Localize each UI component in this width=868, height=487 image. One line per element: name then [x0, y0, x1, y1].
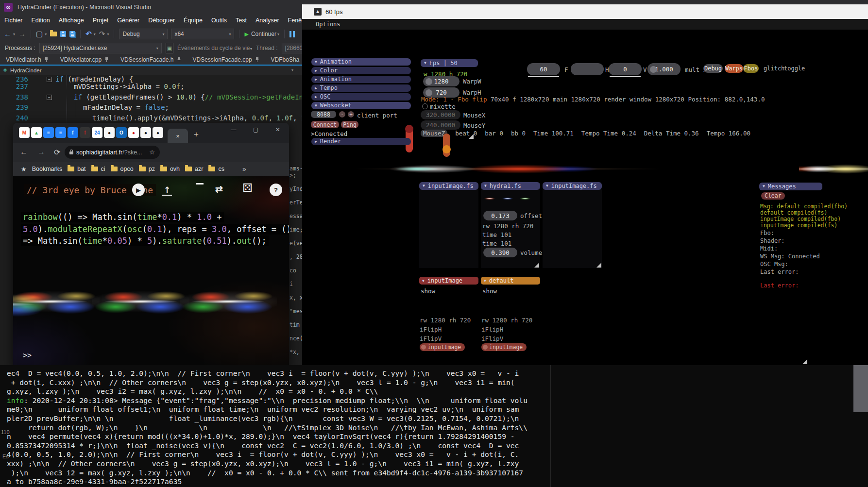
options-menu-item[interactable]: Options: [316, 21, 340, 28]
new-tab-button[interactable]: +: [194, 130, 199, 139]
bookmark-folder-ci[interactable]: ci: [91, 166, 105, 172]
upload-icon[interactable]: ↑: [164, 185, 170, 195]
tab-vdsessionfacade.h[interactable]: VDSessionFacade.h: [115, 54, 187, 65]
shader-panel-hydra1-fs[interactable]: ▼hydra1.fs: [481, 182, 540, 190]
inputimage-badge[interactable]: inputImage: [481, 343, 527, 351]
lifecycle-icon[interactable]: ▣: [166, 43, 173, 53]
shuffle-icon[interactable]: ⇄: [215, 184, 223, 195]
fps-panel-header[interactable]: ▼Fps | 50: [421, 59, 478, 67]
window-minimize-button[interactable]: —: [231, 126, 237, 132]
pinned-tab-github[interactable]: ●: [140, 127, 151, 138]
browser-content[interactable]: // 3rd eye by Bruce Lane ▶ ↑ ⇄ ⚄ ? rainb…: [13, 176, 289, 369]
texture-panel-default[interactable]: ▼default: [481, 277, 540, 285]
pin-icon[interactable]: [255, 57, 259, 63]
menu-item-déboguer[interactable]: Déboguer: [144, 15, 179, 26]
pinned-tab-outlook[interactable]: O: [116, 127, 127, 138]
fps-slider-f[interactable]: 60: [527, 63, 560, 75]
menu-item-edition[interactable]: Edition: [27, 15, 54, 26]
mousex-slider[interactable]: 320.0000: [421, 110, 460, 119]
bookmark-folder-pz[interactable]: pz: [139, 166, 155, 172]
mousey-slider[interactable]: 240.0000: [421, 120, 460, 130]
bookmarks-star-icon[interactable]: ★: [21, 166, 27, 173]
texture-panel-inputimage[interactable]: ▼inputImage: [419, 277, 478, 285]
pinned-tab-drive[interactable]: ▲: [31, 127, 42, 138]
redo-caret-icon[interactable]: ▾: [107, 32, 109, 36]
pinned-tab-github[interactable]: ●: [153, 127, 163, 138]
pinned-tab-facebook[interactable]: f: [68, 127, 78, 138]
undo-caret-icon[interactable]: ▾: [94, 32, 96, 36]
resize-grip[interactable]: [469, 134, 474, 139]
shader-panel-inputimage-fs[interactable]: ▼inputImage.fs: [419, 182, 478, 190]
ping-button[interactable]: Ping: [341, 121, 358, 128]
mixette-checkbox[interactable]: [422, 103, 428, 109]
slider-knob-orange[interactable]: [443, 145, 451, 153]
fps-slider-v[interactable]: 0: [609, 63, 642, 75]
hydra-console-prompt[interactable]: >>: [23, 351, 32, 360]
pin-icon[interactable]: [104, 57, 109, 63]
fold-toggle[interactable]: −: [47, 77, 52, 82]
port-minus-button[interactable]: -: [339, 111, 345, 118]
pinned-tab-docs[interactable]: ≡: [43, 127, 54, 138]
messages-panel-header[interactable]: ▼Messages: [759, 183, 822, 190]
fps-slider-h[interactable]: [571, 63, 604, 75]
show-link[interactable]: show: [482, 287, 497, 295]
connect-button[interactable]: Connect: [311, 121, 339, 128]
tab-vdmediator.h[interactable]: VDMediator.h: [0, 54, 54, 65]
overlay-resize-grip[interactable]: [802, 359, 807, 364]
pinned-tab-flash[interactable]: f: [80, 127, 90, 138]
new-file-icon[interactable]: ▢: [36, 29, 43, 39]
bookmark-star-icon[interactable]: ☆: [149, 149, 155, 156]
lifecycle-label[interactable]: Événements du cycle de vie ▾: [177, 45, 252, 51]
section-websocket[interactable]: ▼Websocket: [311, 102, 411, 109]
section-tempo[interactable]: ▶Tempo: [311, 84, 411, 92]
save-all-icon[interactable]: [69, 31, 75, 37]
port-plus-button[interactable]: +: [348, 111, 354, 118]
pinned-tab-github[interactable]: ●: [104, 127, 115, 138]
debug-config-dropdown[interactable]: Debug ▾: [119, 29, 168, 39]
fold-toggle[interactable]: −: [47, 95, 52, 100]
bookmark-folder-azr[interactable]: azr: [185, 166, 203, 172]
pin-icon[interactable]: [44, 57, 49, 63]
pinned-tab-docs[interactable]: ≡: [55, 127, 66, 138]
url-bar[interactable]: sophiadigitalart.fr/?ske... ☆: [65, 146, 160, 159]
clear-messages-button[interactable]: Clear: [761, 192, 785, 200]
menu-item-équipe[interactable]: Équipe: [179, 15, 207, 26]
url-text[interactable]: sophiadigitalart.fr/?ske...: [76, 149, 142, 156]
browser-active-tab[interactable]: ×: [168, 129, 188, 143]
menu-item-affichage[interactable]: Affichage: [54, 15, 88, 26]
vs-scrollbar-fragment[interactable]: [853, 365, 868, 412]
browser-titlebar[interactable]: × + — ▢ ✕ M▲≡≡ff24●O●●●: [13, 123, 289, 143]
resize-grip[interactable]: [596, 263, 601, 268]
pinned-tab-gmail[interactable]: M: [19, 127, 30, 138]
slider-knob-red[interactable]: [405, 125, 413, 133]
section-animation[interactable]: ▼Animation: [311, 58, 411, 66]
navigate-forward-icon[interactable]: →: [18, 29, 26, 39]
tab-vdfbosha[interactable]: VDFboSha: [265, 54, 306, 65]
menu-item-analyser[interactable]: Analyser: [251, 15, 284, 26]
window-maximize-button[interactable]: ▢: [253, 126, 258, 133]
bookmark-folder-bat[interactable]: bat: [68, 166, 85, 172]
menu-item-test[interactable]: Test: [231, 15, 251, 26]
menu-item-fichier[interactable]: Fichier: [0, 15, 27, 26]
warpw-slider[interactable]: 1280: [423, 76, 460, 86]
forward-button[interactable]: →: [37, 148, 45, 156]
tab-vdmediator.cpp[interactable]: VDMediator.cpp: [54, 54, 115, 65]
breadcrumb-caret-icon[interactable]: ▾: [291, 68, 293, 72]
reload-button[interactable]: ⟳: [54, 148, 60, 157]
section-color[interactable]: ▶Color: [311, 67, 411, 74]
menu-item-générer[interactable]: Générer: [113, 15, 144, 26]
help-icon[interactable]: ?: [270, 184, 282, 196]
show-link[interactable]: show: [421, 287, 435, 295]
fbos-button[interactable]: Fbos: [743, 64, 759, 73]
inputimage-badge[interactable]: inputImage: [420, 343, 465, 351]
bookmarks-label[interactable]: Bookmarks: [32, 166, 63, 172]
websocket-port-field[interactable]: 8088: [311, 111, 336, 118]
platform-dropdown[interactable]: x64 ▾: [171, 29, 234, 39]
window-close-button[interactable]: ✕: [275, 126, 280, 133]
navigate-back-caret-icon[interactable]: ▾: [13, 32, 15, 36]
save-icon[interactable]: [60, 31, 66, 37]
offset-slider[interactable]: 0.173: [483, 211, 517, 220]
tab-close-icon[interactable]: ×: [176, 133, 180, 140]
debug-button[interactable]: Debug: [703, 64, 723, 73]
overlay-menubar[interactable]: Options: [302, 19, 868, 30]
